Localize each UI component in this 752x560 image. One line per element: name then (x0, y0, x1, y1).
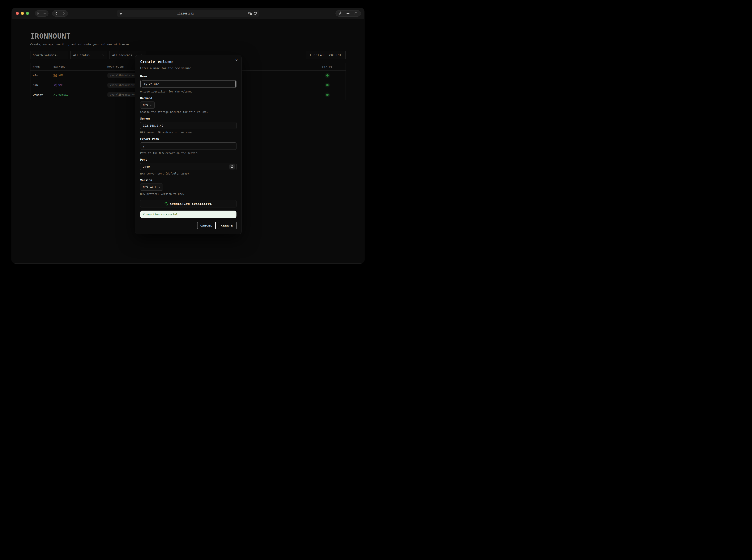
mountpoint-chip: /var/lib/docker/v (107, 92, 137, 97)
status-cell (309, 94, 345, 96)
page-title: IRONMOUNT (30, 32, 346, 40)
backend-badge: WebDAV (51, 93, 105, 97)
zoom-window-button[interactable] (26, 12, 29, 15)
dialog-title: Create volume (140, 59, 236, 64)
backend-label: NFS (59, 74, 63, 77)
status-dot (326, 84, 329, 86)
sidebar-icon (38, 12, 41, 15)
version-select[interactable]: NFS v4.1 (140, 183, 163, 191)
server-input[interactable] (140, 122, 236, 129)
forward-button[interactable] (63, 12, 65, 15)
export-path-label: Export Path (140, 137, 236, 141)
check-circle-icon (164, 202, 168, 205)
version-help: NFS protocol version to use. (140, 192, 236, 196)
svg-text:A: A (249, 12, 250, 14)
volume-name: webdav (31, 93, 51, 97)
port-field-group: Port NFS server port (default: 2049). (140, 158, 236, 175)
backend-badge: SMB (51, 83, 105, 87)
version-field-group: Version NFS v4.1 NFS protocol version to… (140, 179, 236, 196)
mountpoint-chip: /var/lib/docker/v (107, 83, 137, 88)
name-input[interactable] (141, 81, 236, 87)
status-cell (309, 84, 345, 86)
create-button[interactable]: CREATE (218, 222, 236, 229)
version-label: Version (140, 179, 236, 182)
name-help: Unique identifier for the volume. (140, 90, 236, 93)
chevron-down-icon (150, 104, 152, 106)
stepper-divider (231, 166, 234, 167)
version-select-value: NFS v4.1 (143, 186, 156, 189)
share-icon[interactable] (339, 12, 342, 15)
dialog-subtitle: Enter a name for the new volume (140, 66, 236, 69)
page-subtitle: Create, manage, monitor, and automate yo… (30, 43, 346, 46)
status-filter-select[interactable]: All status (71, 51, 107, 59)
export-path-field-group: Export Path Path to the NFS export on th… (140, 137, 236, 155)
mountpoint-chip: /var/lib/docker/v (107, 73, 137, 78)
column-header-name: NAME (31, 65, 51, 68)
search-input[interactable] (30, 51, 68, 59)
status-dot (326, 74, 329, 77)
name-field-group: Name Unique identifier for the volume. (140, 75, 236, 93)
backend-select-value: NFS (143, 104, 148, 107)
tab-overview-icon[interactable] (354, 12, 357, 15)
backend-label: SMB (58, 83, 63, 87)
server-label: Server (140, 117, 236, 120)
titlebar-right-buttons (336, 10, 361, 17)
cloud-icon (54, 94, 57, 96)
status-dot (326, 94, 329, 96)
close-window-button[interactable] (16, 12, 19, 15)
chevron-down-icon (102, 54, 104, 56)
column-header-status: STATUS (309, 65, 345, 68)
sidebar-toggle-button[interactable] (35, 10, 48, 17)
nav-buttons (52, 10, 68, 17)
backend-field-group: Backend NFS Choose the storage backend f… (140, 97, 236, 114)
nav-divider (60, 12, 60, 15)
back-button[interactable] (55, 12, 58, 15)
status-filter-label: All status (73, 54, 90, 57)
column-header-backend: BACKEND (51, 65, 105, 68)
port-stepper[interactable] (229, 164, 235, 169)
server-field-group: Server NFS server IP address or hostname… (140, 117, 236, 134)
url-text: 192.168.2.42 (122, 12, 249, 15)
page-content: IRONMOUNT Create, manage, monitor, and a… (12, 19, 364, 264)
share-icon (54, 83, 57, 87)
minimize-window-button[interactable] (21, 12, 24, 15)
backend-badge: NFS (51, 74, 105, 77)
address-bar[interactable]: 192.168.2.42 A x (117, 10, 259, 17)
stepper-down-icon (231, 167, 233, 168)
new-tab-icon[interactable] (347, 12, 350, 15)
svg-text:x: x (251, 14, 251, 15)
backend-label: Backend (140, 97, 236, 100)
server-icon (54, 74, 57, 77)
reload-icon[interactable] (254, 12, 257, 15)
port-label: Port (140, 158, 236, 161)
export-path-input[interactable] (140, 142, 236, 150)
browser-titlebar: 192.168.2.42 A x (12, 8, 364, 19)
chevron-down-icon (158, 186, 160, 188)
dialog-actions: CANCEL CREATE (140, 222, 236, 229)
connection-status-message: Connection successful (140, 211, 236, 218)
screenshot-stage: 192.168.2.42 A x (0, 0, 376, 280)
create-volume-button[interactable]: + CREATE VOLUME (306, 51, 346, 59)
backend-label: WebDAV (59, 93, 68, 97)
translate-icon[interactable]: A x (249, 12, 252, 15)
backend-select[interactable]: NFS (140, 101, 155, 109)
backend-help: Choose the storage backend for this volu… (140, 110, 236, 114)
browser-window: 192.168.2.42 A x (12, 8, 364, 264)
test-connection-label: CONNECTION SUCCESSFUL (170, 202, 212, 205)
cancel-button[interactable]: CANCEL (197, 222, 216, 229)
create-volume-label: CREATE VOLUME (314, 54, 342, 57)
port-help: NFS server port (default: 2049). (140, 172, 236, 175)
server-help: NFS server IP address or hostname. (140, 131, 236, 134)
backend-filter-label: All backends (112, 54, 132, 57)
close-icon[interactable]: × (235, 58, 238, 62)
traffic-lights (16, 12, 29, 15)
reader-view-icon[interactable] (119, 12, 122, 15)
export-path-help: Path to the NFS export on the server. (140, 152, 236, 155)
port-input[interactable] (140, 163, 236, 170)
stepper-up-icon (231, 165, 233, 166)
name-label: Name (140, 75, 236, 78)
volume-name: smb (31, 83, 51, 87)
test-connection-button[interactable]: CONNECTION SUCCESSFUL (140, 200, 236, 207)
status-cell (309, 74, 345, 77)
name-input-focus-ring (140, 80, 236, 88)
